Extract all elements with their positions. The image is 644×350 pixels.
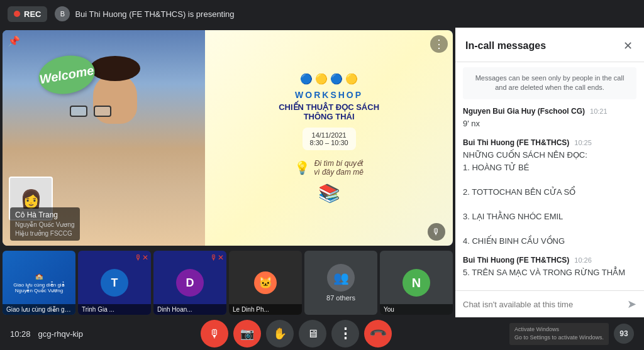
chat-msg3-time: 10:26 — [574, 256, 592, 264]
meeting-time: 10:28 — [10, 329, 31, 339]
presenter-name-tag: Cô Hà Trang Nguyễn Quốc VươngHiệu trưởng… — [10, 207, 80, 241]
presenter-name-label: Bui Thi Huong (FE TH&THCS) is presenting — [75, 9, 234, 19]
chat-msg2-sender: Bui Thi Huong (FE TH&THCS) — [463, 138, 569, 147]
end-call-icon: 📞 — [368, 324, 387, 343]
chat-msg3-text: 5. TRÊN SA MẠC VÀ TRONG RỪNG THẲM 6. ROB… — [463, 266, 636, 290]
chat-input-area: ➤ — [455, 290, 644, 317]
decorative-flags: 🔵🟡🔵🟡 — [300, 73, 358, 85]
chat-msg1-header: Nguyen Bui Gia Huy (Fschool CG) 10:21 — [463, 107, 636, 116]
raise-hand-button[interactable]: ✋ — [266, 320, 294, 347]
presenter-sub-label: Nguyễn Quốc VươngHiệu trưởng FSCCG — [15, 221, 75, 238]
thumb4-avatar: 🐱 — [254, 271, 277, 294]
rec-badge: REC — [8, 6, 47, 22]
rec-indicator — [14, 11, 20, 17]
thumbnail-strip: 🏫 Giao lưu cùng diễn giảNguyễn Quốc Vươn… — [0, 248, 455, 317]
main-content: 👩 Welcome 🔵🟡🔵🟡 WORKSHOP CHIẾN THUẬT ĐỌC … — [0, 28, 644, 317]
chat-msg2-header: Bui Thi Huong (FE TH&THCS) 10:25 — [463, 138, 636, 147]
main-video: 👩 Welcome 🔵🟡🔵🟡 WORKSHOP CHIẾN THUẬT ĐỌC … — [3, 30, 453, 246]
thumb2-label: Trinh Gia ... — [78, 304, 151, 315]
mic-button[interactable]: 🎙 — [201, 320, 228, 347]
slide-date-box: 14/11/2021 8:30 – 10:30 — [303, 128, 356, 150]
rec-label: REC — [24, 9, 41, 19]
others-group-icon: 👥 — [327, 264, 355, 292]
others-count-label: 87 others — [326, 294, 355, 302]
thumb1-label: Giao lưu cùng diễn giả Nguyễn Quốc Vương… — [3, 304, 75, 315]
video-settings-icon[interactable]: ⋮ — [430, 35, 448, 53]
more-options-button[interactable]: ⋮ — [331, 320, 359, 347]
chat-msg1-sender: Nguyen Bui Gia Huy (Fschool CG) — [463, 107, 585, 116]
activate-windows-notice: Activate WindowsGo to Settings to activa… — [509, 323, 609, 345]
chat-header: In-call messages ✕ — [455, 28, 644, 62]
you-label: You — [380, 304, 453, 315]
chat-message-3: Bui Thi Huong (FE TH&THCS) 10:26 5. TRÊN… — [463, 256, 636, 290]
camera-button[interactable]: 📷 — [233, 320, 261, 347]
welcome-text: Welcome — [38, 63, 95, 87]
chat-msg1-text: 9' nx — [463, 118, 636, 130]
you-avatar: N — [402, 269, 430, 297]
thumb3-avatar: D — [176, 269, 204, 297]
chat-message-1: Nguyen Bui Gia Huy (Fschool CG) 10:21 9'… — [463, 107, 636, 130]
thumb2-mic-off-icon: 🎙✕ — [135, 253, 148, 262]
present-button[interactable]: 🖥 — [299, 320, 326, 347]
chat-msg3-sender: Bui Thi Huong (FE TH&THCS) — [463, 256, 569, 265]
camera-off-icon: 📷 — [240, 327, 254, 341]
more-icon: ⋮ — [338, 325, 352, 342]
slide-time: 8:30 – 10:30 — [310, 139, 348, 146]
chat-panel: In-call messages ✕ Messages can be seen … — [455, 28, 644, 317]
slide-date: 14/11/2021 — [310, 131, 348, 139]
thumbnail-you[interactable]: N You — [380, 251, 453, 315]
chat-msg1-time: 10:21 — [590, 107, 608, 115]
thumb3-label: Dinh Hoan... — [153, 304, 226, 315]
thumbnail-others[interactable]: 👥 87 others — [304, 251, 377, 315]
main-video-overlay: Cô Hà Trang Nguyễn Quốc VươngHiệu trưởng… — [3, 202, 453, 246]
slide-workshop-label: WORKSHOP — [295, 90, 363, 100]
chat-messages: Nguyen Bui Gia Huy (Fschool CG) 10:21 9'… — [455, 104, 644, 290]
chat-msg3-header: Bui Thi Huong (FE TH&THCS) 10:26 — [463, 256, 636, 265]
video-area: 👩 Welcome 🔵🟡🔵🟡 WORKSHOP CHIẾN THUẬT ĐỌC … — [0, 28, 455, 317]
bottom-bar: 10:28 gcg-rhqv-kip 🎙 📷 ✋ 🖥 ⋮ 📞 Activate … — [0, 317, 644, 350]
chat-notice: Messages can be seen only by people in t… — [463, 67, 636, 99]
end-call-button[interactable]: 📞 — [358, 314, 397, 350]
chat-close-button[interactable]: ✕ — [622, 38, 634, 54]
main-mic-indicator: 🎙 — [428, 223, 445, 241]
thumbnail-1[interactable]: 🏫 Giao lưu cùng diễn giảNguyễn Quốc Vươn… — [3, 251, 75, 315]
slide-main-title: CHIẾN THUẬT ĐỌC SÁCHTHÔNG THÁI — [279, 102, 379, 121]
chat-message-2: Bui Thi Huong (FE TH&THCS) 10:25 NHỮNG C… — [463, 138, 636, 247]
meeting-code: gcg-rhqv-kip — [38, 329, 84, 339]
presenter-display-name: Cô Hà Trang — [15, 210, 75, 221]
top-bar: REC B Bui Thi Huong (FE TH&THCS) is pres… — [0, 0, 644, 28]
present-icon: 🖥 — [307, 327, 318, 341]
chat-title: In-call messages — [465, 40, 546, 52]
thumb3-mic-off-icon: 🎙✕ — [210, 253, 224, 262]
thumb4-label: Le Dinh Ph... — [229, 304, 302, 315]
thumb2-avatar: T — [101, 269, 128, 297]
slide-book-icon: 📚 — [318, 183, 340, 204]
slide-subtitle: Đi tìm bí quyếtvì đây đam mê — [314, 159, 364, 177]
chat-msg2-text: NHỮNG CUỐN SÁCH NÊN ĐỌC: 1. HOÀNG TỬ BÉ … — [463, 149, 636, 247]
thumbnail-4[interactable]: 🐱 Le Dinh Ph... — [229, 251, 302, 315]
chat-msg2-time: 10:25 — [574, 139, 592, 146]
pin-icon: 📌 — [8, 35, 20, 47]
bottom-right-info: Activate WindowsGo to Settings to activa… — [509, 323, 634, 345]
others-group: 👥 87 others — [326, 264, 355, 302]
bottom-controls: 🎙 📷 ✋ 🖥 ⋮ 📞 — [201, 320, 392, 347]
thumbnail-3[interactable]: D 🎙✕ Dinh Hoan... — [153, 251, 226, 315]
chat-input-field[interactable] — [463, 300, 622, 309]
participant-count-badge[interactable]: 93 — [614, 324, 634, 344]
presenter-avatar-top: B — [55, 6, 70, 21]
hand-icon: ✋ — [273, 327, 287, 341]
bottom-left-info: 10:28 gcg-rhqv-kip — [10, 329, 83, 339]
thumb1-text: Giao lưu cùng diễn giảNguyễn Quốc Vương — [13, 282, 64, 293]
slide-icon-row: 💡 Đi tìm bí quyếtvì đây đam mê — [294, 159, 364, 177]
chat-send-button[interactable]: ➤ — [627, 297, 636, 311]
thumbnail-2[interactable]: T 🎙✕ Trinh Gia ... — [78, 251, 151, 315]
mic-off-icon: 🎙 — [209, 327, 220, 341]
presenter-info: B Bui Thi Huong (FE TH&THCS) is presenti… — [55, 6, 234, 21]
